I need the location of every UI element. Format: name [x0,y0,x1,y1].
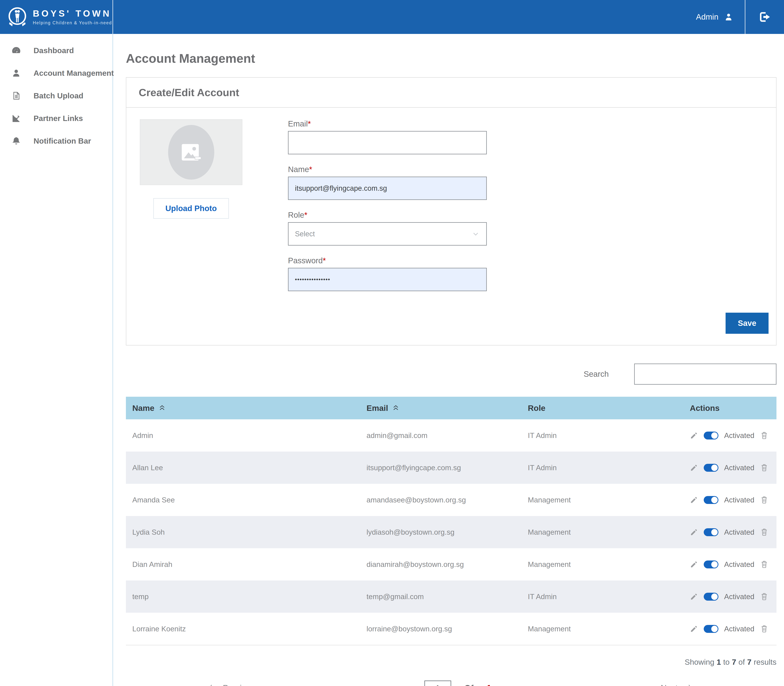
topbar-spacer [113,0,685,34]
column-header-email[interactable]: Email [360,397,521,419]
edit-pencil-icon[interactable] [690,464,698,472]
photo-column: Upload Photo [136,119,247,302]
role-label: Role* [288,211,487,220]
cell-name: Amanda See [126,484,360,516]
top-header: BOYS' TOWN Helping Children & Youth-in-n… [0,0,784,34]
search-input[interactable] [634,364,776,385]
cell-actions: Activated [683,580,776,612]
edit-pencil-icon[interactable] [690,528,698,536]
sidebar-item-dashboard[interactable]: Dashboard [0,39,113,62]
search-row: Search [126,364,776,385]
toggle-knob [711,529,718,536]
upload-photo-button[interactable]: Upload Photo [154,198,229,219]
sidebar-item-label: Batch Upload [34,91,83,100]
activated-toggle[interactable] [704,625,719,633]
sidebar: Dashboard Account Management Batch Uploa… [0,34,113,686]
edit-pencil-icon[interactable] [690,431,698,440]
edit-pencil-icon[interactable] [690,496,698,504]
results-total: 7 [747,658,751,666]
boys-town-logo-icon [7,6,28,28]
delete-trash-icon[interactable] [760,560,768,569]
user-icon [724,12,733,22]
logout-button[interactable] [745,0,784,34]
toggle-knob [711,626,718,632]
sort-ascending-icon[interactable] [158,404,166,412]
edit-pencil-icon[interactable] [690,625,698,633]
cell-role: Management [521,484,684,516]
admin-user-menu[interactable]: Admin [685,0,745,34]
cell-role: Management [521,516,684,548]
chevron-left-icon [207,683,214,686]
delete-trash-icon[interactable] [760,624,768,634]
table-row: Lorraine Koenitz lorraine@boystown.org.s… [126,612,776,645]
save-button[interactable]: Save [725,313,769,334]
table-row: Amanda See amandasee@boystown.org.sg Man… [126,484,776,516]
sidebar-item-partner-links[interactable]: Partner Links [0,107,113,130]
brand[interactable]: BOYS' TOWN Helping Children & Youth-in-n… [0,0,113,34]
password-field-group: Password* [288,256,487,291]
cell-name: Allan Lee [126,452,360,484]
cell-role: IT Admin [521,419,684,452]
table-row: Dian Amirah dianamirah@boystown.org.sg M… [126,548,776,580]
cell-email: lydiasoh@boystown.org.sg [360,516,521,548]
activated-toggle[interactable] [704,528,719,536]
pagination-bar: Previous Of 1 Next [126,681,776,686]
brand-title: BOYS' TOWN [33,9,112,19]
table-row: Lydia Soh lydiasoh@boystown.org.sg Manag… [126,516,776,548]
chevron-down-icon [472,230,480,238]
role-field-group: Role* Select [288,211,487,245]
sort-ascending-icon[interactable] [392,404,399,412]
cell-actions: Activated [683,612,776,645]
cell-actions: Activated [683,484,776,516]
email-input[interactable] [288,131,487,154]
activated-toggle[interactable] [704,431,719,439]
edit-pencil-icon[interactable] [690,593,698,601]
sidebar-item-label: Account Management [34,69,114,78]
form-fields: Email* Name* Role* [288,119,487,302]
delete-trash-icon[interactable] [760,463,768,472]
sidebar-item-batch-upload[interactable]: Batch Upload [0,85,113,107]
role-select[interactable]: Select [288,222,487,245]
status-label: Activated [724,593,754,601]
cell-email: amandasee@boystown.org.sg [360,484,521,516]
dashboard-gauge-icon [11,46,21,56]
cell-name: temp [126,580,360,612]
page-number-input[interactable] [425,681,451,686]
cell-name: Lorraine Koenitz [126,612,360,645]
delete-trash-icon[interactable] [760,592,768,601]
cell-actions: Activated [683,516,776,548]
delete-trash-icon[interactable] [760,528,768,537]
activated-toggle[interactable] [704,560,719,568]
toggle-knob [711,465,718,471]
cell-role: IT Admin [521,580,684,612]
edit-pencil-icon[interactable] [690,560,698,568]
sidebar-item-account-management[interactable]: Account Management [0,62,113,85]
column-header-role[interactable]: Role [521,397,684,419]
toggle-knob [711,497,718,503]
results-summary: Showing 1 to 7 of 7 results [126,658,776,666]
page-title: Account Management [126,51,776,65]
delete-trash-icon[interactable] [760,495,768,505]
status-label: Activated [724,528,754,536]
sidebar-item-notification-bar[interactable]: Notification Bar [0,130,113,152]
brand-tagline: Helping Children & Youth-in-need [33,21,112,25]
activated-toggle[interactable] [704,464,719,472]
sidebar-item-label: Partner Links [34,114,83,123]
previous-page-button[interactable]: Previous [207,683,255,686]
activated-toggle[interactable] [704,593,719,601]
next-page-button[interactable]: Next [661,683,694,686]
name-input[interactable] [288,176,487,200]
image-placeholder-icon [178,139,204,165]
document-icon [11,91,21,101]
column-header-name[interactable]: Name [126,397,360,419]
cell-name: Dian Amirah [126,548,360,580]
search-label: Search [584,369,609,379]
toggle-knob [711,432,718,439]
cell-email: admin@gmail.com [360,419,521,452]
cell-actions: Activated [683,452,776,484]
user-icon [11,68,21,78]
activated-toggle[interactable] [704,496,719,504]
cell-email: lorraine@boystown.org.sg [360,612,521,645]
delete-trash-icon[interactable] [760,431,768,440]
password-input[interactable] [288,268,487,291]
